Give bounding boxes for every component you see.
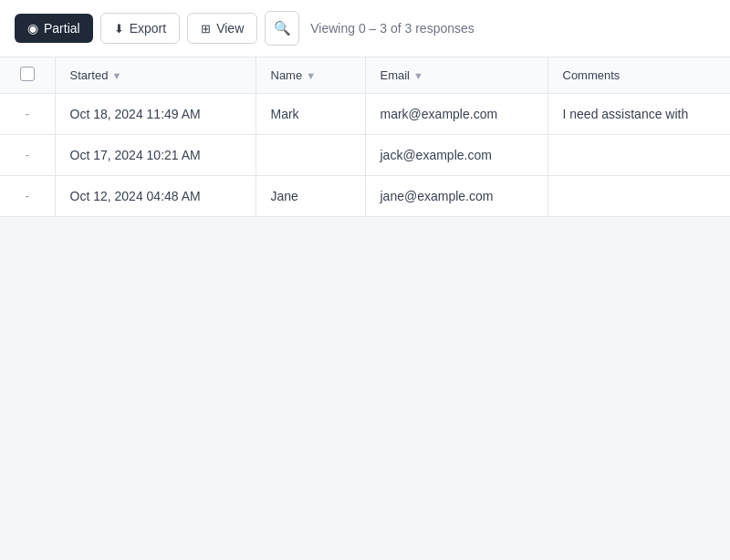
column-header-email[interactable]: Email ▼ — [365, 57, 548, 94]
partial-button[interactable]: ◉ Partial — [15, 14, 93, 43]
cell-name-0: Mark — [256, 94, 365, 135]
sort-icon-email: ▼ — [413, 70, 423, 81]
cell-name-1 — [256, 135, 365, 176]
search-button[interactable]: 🔍 — [265, 11, 299, 46]
cell-started-0: Oct 18, 2024 11:49 AM — [55, 94, 256, 135]
responses-table: Started ▼ Name ▼ Email ▼ — [0, 57, 730, 217]
cell-email-2: jane@example.com — [365, 176, 548, 217]
responses-table-container: Started ▼ Name ▼ Email ▼ — [0, 57, 730, 217]
download-icon: ⬇ — [114, 22, 124, 36]
eye-icon: ◉ — [27, 21, 38, 36]
viewing-text: Viewing 0 – 3 of 3 responses — [310, 21, 474, 36]
grid-icon: ⊞ — [201, 22, 211, 36]
table-row: -Oct 17, 2024 10:21 AMjack@example.com — [0, 135, 730, 176]
sort-icon-started: ▼ — [111, 70, 121, 81]
search-icon: 🔍 — [274, 20, 291, 36]
cell-email-0: mark@example.com — [365, 94, 548, 135]
table-row: -Oct 12, 2024 04:48 AMJanejane@example.c… — [0, 176, 730, 217]
cell-check-0: - — [0, 94, 55, 135]
column-header-comments: Comments — [548, 57, 730, 94]
cell-name-2: Jane — [256, 176, 365, 217]
export-label: Export — [130, 21, 166, 36]
select-all-checkbox[interactable] — [20, 67, 35, 81]
column-header-name[interactable]: Name ▼ — [256, 57, 365, 94]
column-header-started[interactable]: Started ▼ — [55, 57, 256, 94]
sort-icon-name: ▼ — [306, 70, 316, 81]
cell-started-2: Oct 12, 2024 04:48 AM — [55, 176, 256, 217]
toolbar: ◉ Partial ⬇ Export ⊞ View 🔍 Viewing 0 – … — [0, 0, 730, 57]
view-button[interactable]: ⊞ View — [187, 13, 257, 44]
cell-check-1: - — [0, 135, 55, 176]
cell-email-1: jack@example.com — [365, 135, 548, 176]
table-header-row: Started ▼ Name ▼ Email ▼ — [0, 57, 730, 94]
column-header-check[interactable] — [0, 57, 55, 94]
table-row: -Oct 18, 2024 11:49 AMMarkmark@example.c… — [0, 94, 730, 135]
cell-comments-0: I need assistance with — [548, 94, 730, 135]
cell-comments-1 — [548, 135, 730, 176]
cell-comments-2 — [548, 176, 730, 217]
cell-check-2: - — [0, 176, 55, 217]
view-label: View — [216, 21, 244, 36]
partial-label: Partial — [44, 21, 80, 36]
cell-started-1: Oct 17, 2024 10:21 AM — [55, 135, 256, 176]
export-button[interactable]: ⬇ Export — [100, 13, 180, 44]
